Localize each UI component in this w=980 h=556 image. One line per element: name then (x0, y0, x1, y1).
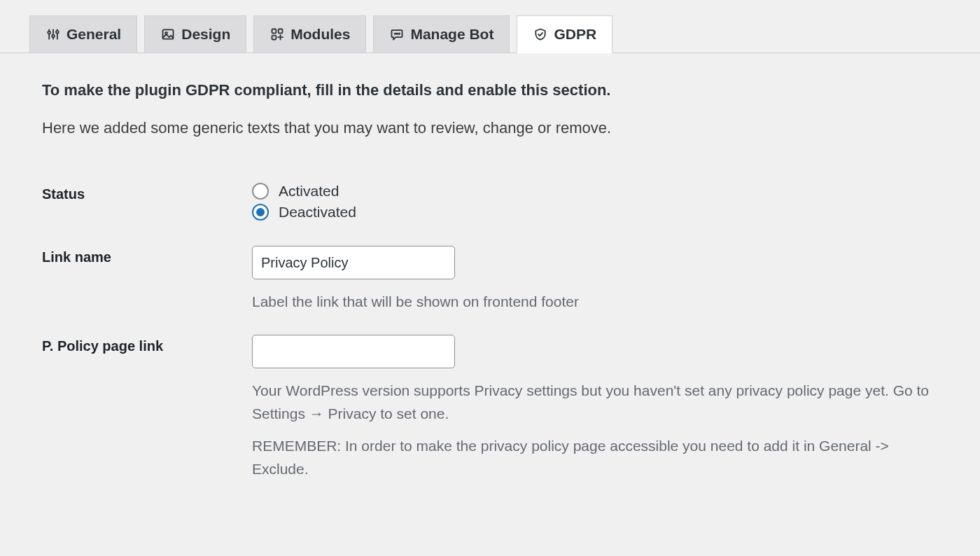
svg-rect-8 (272, 29, 276, 34)
policy-link-description-1: Your WordPress version supports Privacy … (252, 379, 931, 426)
svg-point-5 (56, 31, 59, 34)
policy-link-description-2: REMEMBER: In order to make the privacy p… (252, 434, 931, 481)
svg-point-14 (397, 34, 398, 34)
svg-rect-10 (272, 36, 276, 40)
radio-deactivated[interactable]: Deactivated (252, 204, 931, 221)
tab-label: Modules (290, 26, 350, 43)
svg-point-3 (52, 35, 55, 38)
chat-icon (389, 27, 405, 42)
status-label: Status (42, 172, 245, 235)
radio-activated[interactable]: Activated (252, 183, 931, 200)
tab-label: GDPR (554, 26, 596, 43)
tab-label: Manage Bot (410, 26, 493, 43)
tab-general[interactable]: General (29, 15, 137, 53)
tab-label: Design (181, 26, 230, 43)
grid-plus-icon (270, 27, 285, 42)
tab-manage-bot[interactable]: Manage Bot (373, 15, 510, 53)
intro-heading: To make the plugin GDPR compliant, fill … (42, 81, 938, 99)
image-icon (160, 27, 176, 42)
tab-label: General (66, 26, 121, 43)
svg-rect-9 (279, 29, 283, 34)
policy-link-label: P. Policy page link (42, 324, 245, 492)
radio-icon (252, 183, 269, 200)
link-name-input[interactable] (252, 246, 455, 279)
svg-rect-6 (163, 29, 174, 39)
tabs-bar: General Design Modules (0, 0, 980, 53)
tab-content: To make the plugin GDPR compliant, fill … (0, 53, 980, 513)
link-name-label: Link name (42, 235, 245, 324)
settings-table: Status Activated Deactivated Link name L… (42, 172, 938, 492)
policy-link-input[interactable] (252, 335, 455, 368)
link-name-description: Label the link that will be shown on fro… (252, 290, 931, 314)
tab-gdpr[interactable]: GDPR (517, 15, 612, 53)
svg-point-15 (399, 34, 400, 34)
svg-point-13 (395, 34, 396, 34)
intro-subtext: Here we added some generic texts that yo… (42, 119, 938, 137)
svg-point-1 (48, 32, 50, 34)
sliders-icon (46, 27, 61, 42)
shield-check-icon (533, 27, 548, 42)
tab-design[interactable]: Design (144, 15, 246, 53)
radio-label: Activated (279, 183, 339, 200)
radio-label: Deactivated (279, 204, 356, 221)
radio-icon (252, 204, 269, 221)
tab-modules[interactable]: Modules (253, 15, 366, 53)
